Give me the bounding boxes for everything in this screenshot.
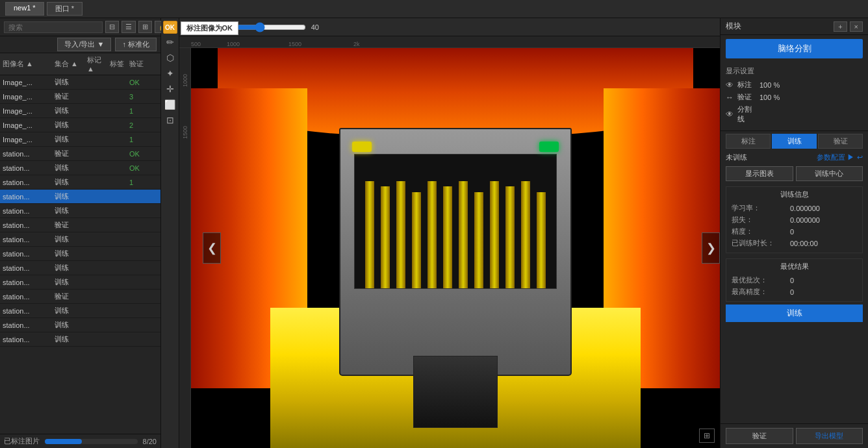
polygon-tool[interactable]: ⬡ [163,51,177,65]
rect-tool[interactable]: ⬜ [163,97,177,112]
main-canvas[interactable]: ❮ ❯ ⊞ [191,48,720,448]
table-row[interactable]: station... 训练 1 [0,175,160,190]
add-module-button[interactable]: + [834,21,847,32]
table-row[interactable]: station... 训练 OK [0,161,160,175]
tab-new1[interactable]: new1 * [5,2,44,16]
arrow-icon: ↔ [726,93,734,102]
extra-tool[interactable]: ⊡ [163,113,177,127]
led-green [539,142,559,152]
nav-left-arrow[interactable]: ❮ [203,232,221,264]
ruler-tick: 1000 [227,41,240,47]
tab-annotate[interactable]: 标注 [726,134,771,149]
param-config-button[interactable]: 参数配置 ▶ [817,153,854,162]
progress-bar [45,439,138,444]
cell-set: 训练 [55,163,87,173]
table-row[interactable]: station... 训练 [0,247,160,261]
cell-name: station... [3,236,55,243]
train-center-button[interactable]: 训练中心 [796,166,863,181]
cell-set: 验证 [55,92,87,101]
top-bar: new1 * 图口 * [0,0,868,18]
tab-window[interactable]: 图口 * [47,2,83,16]
table-row[interactable]: Image_... 训练 1 [0,132,160,147]
cell-verify: OK [129,164,149,172]
cell-name: Image_... [3,93,55,101]
pin [459,181,468,288]
untrain-actions: 参数配置 ▶ ↩ [817,153,863,162]
table-row[interactable]: station... 训练 [0,275,160,290]
learning-rate-row: 学习率： 0.000000 [732,203,857,213]
right-panel-header: 模块 + × [721,18,868,35]
header-verify[interactable]: 验证 [129,59,149,69]
display-settings: 显示设置 👁 标注 100 % ↔ 验证 100 % 👁 分割线 [721,62,868,131]
list-btn[interactable]: ☰ [121,21,136,33]
undo-button[interactable]: ↩ [857,153,863,162]
table-row[interactable]: station... 验证 [0,290,160,304]
verify-button[interactable]: 验证 [726,428,793,444]
center-toolbar: OK 标注图像为OK ✏ ⬡ ✦ ✛ ⬜ ⊡ [161,18,179,448]
best-result: 最优结果 最优批次： 0 最高精度： 0 [726,258,863,302]
table-row[interactable]: station... 训练 [0,261,160,275]
best-batch-value: 0 [790,277,794,284]
table-row[interactable]: Image_... 训练 1 [0,104,160,118]
table-row[interactable]: Image_... 训练 OK [0,75,160,90]
table-row[interactable]: station... 验证 [0,218,160,232]
table-row[interactable]: station... 训练 [0,332,160,347]
ruler-left: 1000 1500 [179,48,191,448]
overlay-icon[interactable]: ⊞ [699,429,715,443]
ok-button[interactable]: OK 标注图像为OK [163,21,177,34]
export-model-button[interactable]: 导出模型 [796,428,863,444]
tab-group: new1 * 图口 * [5,2,83,16]
cell-name: station... [3,264,55,272]
search-input[interactable] [4,21,103,33]
header-name[interactable]: 图像名 ▲ [3,59,55,69]
table-row[interactable]: station... 训练 [0,304,160,318]
header-set[interactable]: 集合 ▲ [55,59,87,69]
duration-row: 已训练时长： 00:00:00 [732,238,857,248]
eye-icon-label: 👁 [726,81,734,90]
import-export-button[interactable]: 导入/导出 ▼ [57,38,111,51]
ruler-tick: 500 [191,41,201,47]
cell-name: station... [3,279,55,286]
star-tool[interactable]: ✦ [163,66,177,81]
delete-module-button[interactable]: × [850,21,863,32]
tab-bar: 标注 训练 验证 [726,134,863,149]
table-row[interactable]: Image_... 验证 3 [0,90,160,104]
filter-btn[interactable]: ⊟ [105,21,119,33]
nav-right-arrow[interactable]: ❯ [702,232,720,264]
table-row[interactable]: station... 训练 [0,318,160,332]
train-main-button[interactable]: 训练 [726,305,863,322]
untrain-row: 未训练 参数配置 ▶ ↩ [721,151,868,164]
pin [396,181,405,288]
tab-verify[interactable]: 验证 [818,134,863,149]
canvas-area: 画笔工具 ● 40 500 1000 1500 2k 1000 1500 [179,18,720,448]
cell-name: station... [3,179,55,186]
table-row[interactable]: station... 训练 [0,232,160,247]
table-row[interactable]: station... 验证 OK [0,147,160,161]
right-panel-actions: + × [834,21,863,32]
brush-slider[interactable] [228,22,306,32]
loss-label: 损失： [732,215,790,225]
table-row[interactable]: station... 训练 [0,190,160,204]
cross-tool[interactable]: ✛ [163,82,177,96]
header-tag[interactable]: 标签 [110,59,129,69]
header-mark[interactable]: 标记 ▲ [87,55,110,73]
normalize-button[interactable]: ↑ 标准化 [115,38,157,51]
accuracy-row: 精度： 0 [732,227,857,236]
cell-verify: OK [129,79,149,86]
cell-set: 验证 [55,220,87,230]
sort-btn[interactable]: ⊞ [138,21,152,33]
label-display-row: 👁 标注 100 % [726,80,863,90]
show-chart-button[interactable]: 显示图表 [726,166,793,181]
status-text: 已标注图片 [4,436,40,446]
table-row[interactable]: station... 训练 [0,204,160,218]
draw-toolbar: 画笔工具 ● 40 [179,18,720,36]
port-image [191,48,720,448]
tab-train[interactable]: 训练 [772,134,817,149]
action-btns-row: 显示图表 训练中心 [726,166,863,181]
cell-set: 训练 [55,120,87,130]
table-row[interactable]: Image_... 训练 2 [0,118,160,132]
cell-name: station... [3,293,55,301]
segment-button[interactable]: 脑络分割 [726,39,863,58]
cell-set: 训练 [55,234,87,244]
pencil-tool[interactable]: ✏ [163,35,177,49]
